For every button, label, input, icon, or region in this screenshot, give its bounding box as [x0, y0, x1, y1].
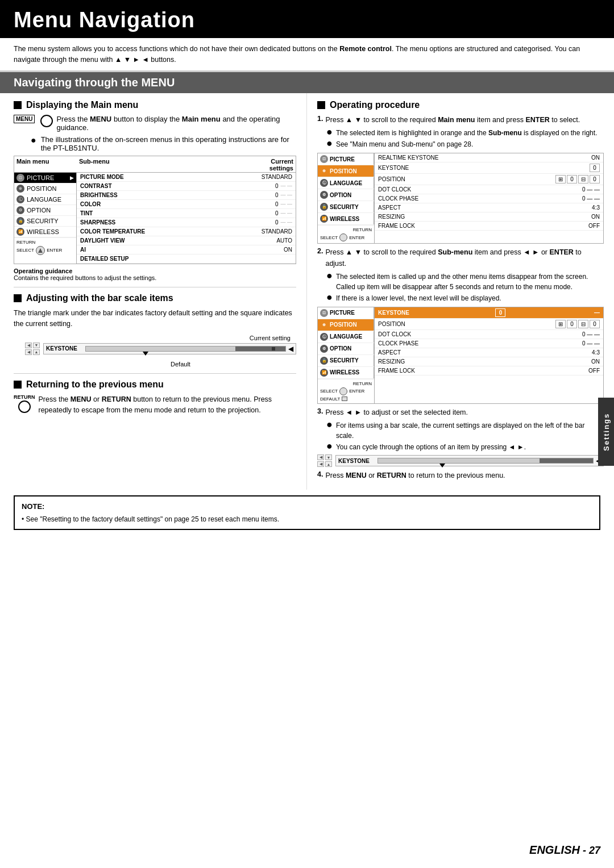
- step3-num: 3.: [317, 407, 323, 418]
- keystone-bar-row: ◀ ▼ ◀ ▲ KEYSTONE: [25, 343, 296, 355]
- op-guidance-label: Operating guidance: [14, 268, 72, 274]
- page-footer: ENGLISH - 27: [529, 844, 600, 857]
- step3-bullet2: ● You can cycle through the options of a…: [326, 442, 604, 452]
- left-controls: RETURN SELECT ENTER: [14, 237, 76, 257]
- opt-icon: ⚙: [16, 206, 24, 214]
- op-guidance-text: Contains the required buttons to adjust …: [14, 274, 156, 281]
- current-setting-label: Current setting: [19, 335, 291, 341]
- select-btn2: [339, 233, 347, 241]
- step1-bullet2: ● See "Main menu and Sub-menu" on page 2…: [326, 139, 604, 149]
- sub-item-color: COLOR 0 — —: [77, 200, 296, 209]
- divider2: [14, 373, 296, 374]
- keystone-bar: [85, 346, 286, 352]
- pic-icon: ⊡: [16, 174, 24, 182]
- section-heading-navigating: Navigating through the MENU: [0, 72, 614, 93]
- page-title-bar: Menu Navigation: [0, 0, 614, 38]
- main-item-security: 🔒 SECURITY: [14, 216, 76, 227]
- main-item-wireless: 📶 WIRELESS: [14, 227, 76, 237]
- left-column: Displaying the Main menu MENU Press the …: [0, 93, 307, 490]
- step2-bullet1: ● The selected item is called up and the…: [326, 272, 604, 292]
- diag2-right: KEYSTONE0— POSITION⊞0⊟0 DOT CLOCK0 — — C…: [375, 307, 603, 403]
- return-label: RETURN: [14, 394, 35, 400]
- subheading-operating: Operating procedure: [317, 100, 604, 110]
- display-main-desc: Press the MENU button to display the Mai…: [56, 115, 296, 132]
- svg-marker-0: [38, 248, 43, 253]
- step4-num: 4.: [317, 470, 323, 481]
- subheading-bar-scale: Adjusting with the bar scale items: [14, 293, 296, 303]
- diagram-body: ⊡ PICTURE ▶ ⊕ POSITION Ⓛ LANGUAGE ⚙ OP: [14, 172, 296, 264]
- col-sub-label: Sub-menu: [79, 158, 159, 172]
- divider1: [14, 287, 296, 287]
- right-column: Operating procedure 1. Press ▲ ▼ to scro…: [307, 93, 614, 490]
- black-square-icon: [14, 101, 22, 109]
- step1-text: Press ▲ ▼ to scroll to the required Main…: [325, 115, 580, 126]
- display-bullet-text: The illustrations of the on-screen menus…: [41, 135, 296, 152]
- note-box: NOTE: • See "Resetting to the factory de…: [14, 495, 600, 531]
- sub-item-picture-mode: PICTURE MODE STANDARD: [77, 173, 296, 182]
- default-label: Default: [65, 361, 296, 368]
- remote-icons: ◀ ▼ ◀ ▲: [25, 343, 40, 355]
- diag1: ⊡ PICTURE ⊕ POSITION Ⓛ LANGUAGE ⚙ OPTION…: [317, 153, 604, 244]
- bar-scale-desc: The triangle mark under the bar indicate…: [14, 308, 296, 330]
- sub-item-sharpness: SHARPNESS 0 — —: [77, 218, 296, 227]
- keystone-bar2-row: ◀ ▼ ◀ ▲ KEYSTONE ◀: [317, 454, 604, 467]
- diagram-header: Main menu Sub-menu Current settings: [14, 156, 296, 172]
- step1: 1. Press ▲ ▼ to scroll to the required M…: [317, 115, 604, 126]
- sub-item-color-temp: COLOR TEMPERATURE STANDARD: [77, 227, 296, 236]
- sub-item-ai: AI ON: [77, 245, 296, 254]
- step3: 3. Press ◄ ► to adjust or set the select…: [317, 407, 604, 418]
- keystone-bar-section: Current setting ◀ ▼ ◀ ▲ KEYSTONE: [19, 335, 296, 368]
- step2-num: 2.: [317, 247, 323, 269]
- note-text: • See "Resetting to the factory default …: [22, 514, 592, 524]
- sub-item-contrast: CONTRAST 0 — —: [77, 182, 296, 191]
- step3-bullet1: ● For items using a bar scale, the curre…: [326, 420, 604, 441]
- return-circle-btn: [18, 400, 31, 413]
- menu-icon-label: MENU: [14, 115, 35, 123]
- diag1-left: ⊡ PICTURE ⊕ POSITION Ⓛ LANGUAGE ⚙ OPTION…: [318, 153, 375, 243]
- menu-circle-btn: [40, 115, 53, 127]
- display-bullet-row: ● The illustrations of the on-screen men…: [31, 135, 296, 152]
- default-marker-triangle: [143, 352, 148, 356]
- main-content-area: Displaying the Main menu MENU Press the …: [0, 93, 614, 490]
- lang-icon: Ⓛ: [16, 195, 24, 203]
- diag2-left: ⊡ PICTURE ⊕ POSITION Ⓛ LANGUAGE ⚙ OPTION…: [318, 307, 375, 403]
- sub-item-daylight: DAYLIGHT VIEW AUTO: [77, 236, 296, 245]
- step4-text: Press MENU or RETURN to return to the pr…: [325, 470, 505, 481]
- step3-text: Press ◄ ► to adjust or set the selected …: [325, 407, 468, 418]
- sub-menu-list: PICTURE MODE STANDARD CONTRAST 0 — — BRI…: [77, 173, 296, 264]
- menu-diagram: Main menu Sub-menu Current settings ⊡ PI…: [14, 156, 296, 264]
- intro-paragraph: The menu system allows you to access fun…: [0, 38, 614, 72]
- black-square-icon2: [14, 294, 22, 302]
- main-item-option: ⚙ OPTION: [14, 205, 76, 216]
- bullet-icon: ●: [31, 136, 36, 152]
- step2: 2. Press ▲ ▼ to scroll to the required S…: [317, 247, 604, 269]
- step1-bullet1: ● The selected item is highlighted in or…: [326, 128, 604, 138]
- diag2: ⊡ PICTURE ⊕ POSITION Ⓛ LANGUAGE ⚙ OPTION…: [317, 307, 604, 404]
- bar-fill: [235, 347, 285, 351]
- current-marker-square: [272, 347, 275, 350]
- select-btn: [36, 246, 45, 255]
- menu-desc-row: MENU Press the MENU button to display th…: [14, 115, 296, 132]
- step2-bullet2: ● If there is a lower level, the next le…: [326, 293, 604, 303]
- page-title: Menu Navigation: [14, 8, 600, 32]
- col-main-label: Main menu: [16, 158, 79, 172]
- sub-item-detailed: DETAILED SETUP: [77, 254, 296, 264]
- main-item-picture: ⊡ PICTURE ▶: [14, 173, 76, 183]
- black-square-icon4: [317, 101, 325, 109]
- black-square-icon3: [14, 381, 22, 389]
- arrow-right: ◀: [288, 345, 293, 353]
- pos-icon: ⊕: [16, 185, 24, 193]
- sub-item-brightness: BRIGHTNESS 0 — —: [77, 191, 296, 200]
- operating-guidance: Operating guidance Contains the required…: [14, 268, 296, 281]
- col-curr-label: Current settings: [159, 158, 293, 172]
- subheading-display-main: Displaying the Main menu: [14, 100, 296, 110]
- keystone-label: KEYSTONE: [46, 345, 83, 352]
- select-btn3: [339, 387, 347, 395]
- step4: 4. Press MENU or RETURN to return to the…: [317, 470, 604, 481]
- main-item-position: ⊕ POSITION: [14, 183, 76, 194]
- subheading-return: Returning to the previous menu: [14, 379, 296, 390]
- return-desc-row: RETURN Press the MENU or RETURN button t…: [14, 394, 296, 416]
- main-menu-list: ⊡ PICTURE ▶ ⊕ POSITION Ⓛ LANGUAGE ⚙ OP: [14, 173, 77, 264]
- keystone-bar-container: KEYSTONE ◀: [43, 343, 296, 354]
- step1-num: 1.: [317, 115, 323, 126]
